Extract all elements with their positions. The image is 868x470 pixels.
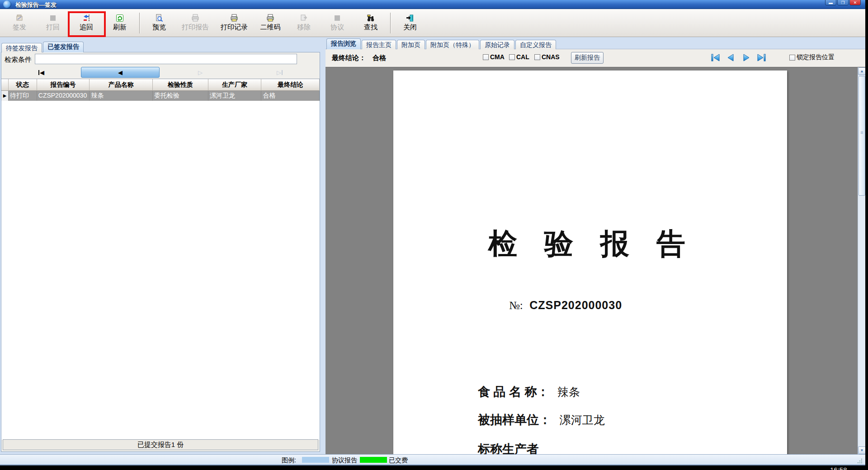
- submitted-count-bar: 已提交报告1 份: [3, 439, 318, 450]
- print-record-icon: [230, 14, 238, 22]
- close-window-button[interactable]: ✕: [849, 0, 861, 5]
- report-field-producer: 标称生产者: [478, 441, 539, 454]
- toolbar-button-label: 移除: [297, 23, 311, 32]
- checkbox-box-icon[interactable]: [534, 54, 540, 60]
- legend-label: 图例:: [282, 456, 296, 465]
- table-cell[interactable]: 待打印: [9, 91, 37, 101]
- report-table: 状态报告编号产品名称检验性质生产厂家最终结论 ▶待打印CZSP202000030…: [1, 79, 320, 440]
- taskbar-clock: 16:58: [830, 466, 847, 470]
- report-preview-area: 检 验 报 告 №: CZSP202000030 食 品 名 称： 辣条 被抽样…: [326, 67, 865, 454]
- left-tabstrip: 待签发报告已签发报告: [1, 42, 84, 52]
- right-tab-6[interactable]: 自定义报告: [515, 40, 556, 49]
- nav-first-button[interactable]: ◀: [1, 66, 81, 79]
- toolbar-button-preview[interactable]: 预览: [142, 11, 176, 35]
- search-input[interactable]: [35, 54, 297, 64]
- scrollbar-thumb[interactable]: [859, 76, 865, 196]
- send-back-icon: [49, 14, 57, 22]
- exit-icon: [406, 14, 414, 22]
- right-tab-4[interactable]: 附加页（特殊）: [426, 40, 479, 49]
- checkbox-label: CAL: [516, 53, 529, 61]
- right-tab-5[interactable]: 原始记录: [480, 40, 514, 49]
- desktop-edge: [865, 0, 868, 470]
- table-cell[interactable]: CZSP202000030: [37, 91, 90, 101]
- find-icon: [367, 14, 375, 22]
- column-header[interactable]: 最终结论: [261, 79, 320, 91]
- checkbox-box-icon[interactable]: [483, 54, 489, 60]
- page-next-arrow-icon[interactable]: [741, 53, 751, 64]
- scroll-up-icon[interactable]: ▲: [858, 67, 865, 75]
- legend-swatch: [360, 457, 387, 463]
- scroll-down-icon[interactable]: ▼: [858, 446, 865, 454]
- table-cell[interactable]: 合格: [261, 91, 320, 101]
- toolbar-button-qrcode[interactable]: 二维码: [254, 11, 287, 35]
- toolbar-button-label: 签发: [13, 23, 26, 32]
- left-tab-1[interactable]: 待签发报告: [1, 43, 42, 52]
- page-navigation: [711, 53, 766, 64]
- toolbar-separator: [139, 13, 140, 33]
- toolbar: 签发打回追回刷新预览打印报告打印记录二维码移除协议查找关闭: [0, 9, 865, 37]
- remove-icon: [300, 14, 308, 22]
- column-header[interactable]: 产品名称: [90, 79, 153, 91]
- table-cell[interactable]: 辣条: [90, 91, 153, 101]
- taskbar: 16:58: [0, 465, 868, 470]
- final-conclusion-label: 最终结论：: [332, 54, 366, 62]
- left-tab-2[interactable]: 已签发报告: [43, 42, 84, 52]
- page-last-arrow-icon[interactable]: [755, 53, 766, 64]
- nav-last-button[interactable]: ▷: [240, 66, 320, 79]
- preview-scrollbar[interactable]: ▲ ▼: [858, 67, 865, 454]
- maximize-button[interactable]: ❐: [837, 0, 849, 5]
- toolbar-button-refresh[interactable]: 刷新: [103, 11, 137, 35]
- right-tabstrip: 报告浏览报告主页附加页附加页（特殊）原始记录自定义报告: [326, 38, 556, 49]
- preview-icon: [155, 14, 163, 22]
- column-header[interactable]: 状态: [9, 79, 37, 91]
- search-label: 检索条件: [5, 56, 32, 64]
- page-first-arrow-icon[interactable]: [711, 53, 722, 64]
- refresh-icon: [116, 14, 124, 22]
- selected-row-indicator-icon: ▶: [1, 91, 9, 101]
- toolbar-button-label: 二维码: [260, 23, 281, 32]
- nav-next-button[interactable]: ▷: [160, 66, 240, 79]
- final-conclusion-value: 合格: [373, 54, 386, 62]
- toolbar-button-label: 打印报告: [182, 23, 209, 32]
- column-header[interactable]: 生产厂家: [208, 79, 262, 91]
- lock-report-position-checkbox[interactable]: 锁定报告位置: [789, 53, 835, 61]
- legend-swatch: [302, 457, 329, 463]
- legend-item-label: 协议报告: [332, 456, 357, 465]
- toolbar-button-label: 协议: [330, 23, 344, 32]
- checkbox-label: CNAS: [542, 53, 560, 61]
- checkbox-box-icon[interactable]: [509, 54, 515, 60]
- right-tab-1[interactable]: 报告浏览: [326, 38, 361, 49]
- table-row[interactable]: ▶待打印CZSP202000030辣条委托检验漯河卫龙合格: [1, 91, 320, 101]
- toolbar-button-label: 预览: [152, 23, 166, 32]
- toolbar-button-print-record[interactable]: 打印记录: [215, 11, 254, 35]
- checkbox-box-icon[interactable]: [789, 55, 795, 61]
- cal-checkbox[interactable]: CAL: [509, 53, 529, 61]
- right-tab-2[interactable]: 报告主页: [362, 40, 396, 49]
- cma-checkbox[interactable]: CMA: [483, 53, 505, 61]
- search-row: 检索条件: [1, 52, 320, 66]
- toolbar-button-find[interactable]: 查找: [354, 11, 387, 35]
- qrcode-icon: [266, 14, 274, 22]
- nav-prior-button-highlighted[interactable]: ◀: [81, 67, 160, 78]
- toolbar-button-close[interactable]: 关闭: [393, 11, 427, 35]
- toolbar-button-remove: 移除: [287, 11, 321, 35]
- report-field-food-name: 食 品 名 称： 辣条: [478, 384, 580, 400]
- column-header[interactable]: 检验性质: [153, 79, 208, 91]
- toolbar-button-label: 刷新: [113, 23, 127, 32]
- column-header[interactable]: 报告编号: [37, 79, 90, 91]
- checkbox-label: CMA: [490, 53, 505, 61]
- report-field-sampled-unit: 被抽样单位： 漯河卫龙: [478, 412, 604, 428]
- toolbar-button-label: 打回: [46, 23, 60, 32]
- right-tab-3[interactable]: 附加页: [397, 40, 425, 49]
- table-cell[interactable]: 漯河卫龙: [208, 91, 262, 101]
- report-number-label: №:: [509, 299, 523, 311]
- resize-grip[interactable]: [857, 458, 863, 464]
- screen: 检验报告—签发 ▬ ❐ ✕ 签发打回追回刷新预览打印报告打印记录二维码移除协议查…: [0, 0, 868, 470]
- page-prior-arrow-icon[interactable]: [726, 53, 736, 64]
- cnas-checkbox[interactable]: CNAS: [534, 53, 560, 61]
- table-cell[interactable]: 委托检验: [153, 91, 208, 101]
- minimize-button[interactable]: ▬: [825, 0, 836, 5]
- report-number-row: №: CZSP202000030: [509, 299, 622, 312]
- report-controls-bar: 最终结论： 合格 CMACALCNAS 刷新报告 锁定报告位置: [326, 49, 865, 67]
- refresh-report-button[interactable]: 刷新报告: [571, 52, 604, 64]
